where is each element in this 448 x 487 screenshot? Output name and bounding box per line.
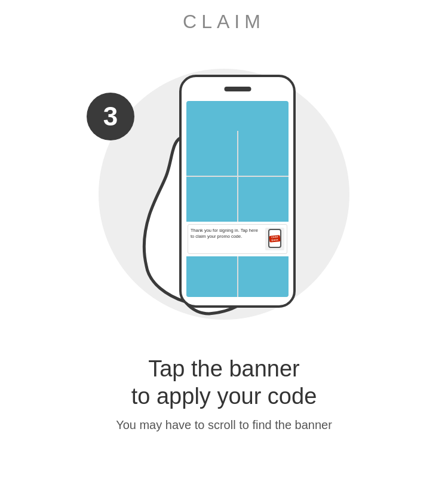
notification-image: CASHBACK — [265, 228, 284, 250]
grid-cell-3 — [186, 177, 237, 222]
mini-phone-icon: CASHBACK — [268, 229, 281, 248]
phone-hand-container: Thank you for signing in. Tap here to cl… — [143, 63, 323, 326]
step-badge: 3 — [87, 93, 134, 140]
cashback-text: CASHBACK — [271, 235, 278, 241]
screen-grid-top — [186, 131, 289, 222]
phone-device: Thank you for signing in. Tap here to cl… — [179, 75, 296, 308]
grid-cell-5 — [186, 256, 237, 297]
phone-speaker — [224, 87, 251, 91]
screen-notification-banner: Thank you for signing in. Tap here to cl… — [188, 224, 287, 254]
screen-grid-bottom — [186, 256, 289, 297]
grid-cell-1 — [186, 131, 237, 176]
phone-screen: Thank you for signing in. Tap here to cl… — [186, 101, 289, 297]
screen-top-bar — [186, 101, 289, 131]
illustration-area: 3 — [69, 39, 379, 350]
sub-heading: You may have to scroll to find the banne… — [116, 418, 332, 432]
text-area: Tap the bannerto apply your code You may… — [80, 356, 368, 432]
step-number: 3 — [103, 102, 118, 131]
notification-text: Thank you for signing in. Tap here to cl… — [191, 228, 263, 240]
main-heading: Tap the bannerto apply your code — [116, 356, 332, 410]
cashback-badge: CASHBACK — [269, 235, 281, 243]
grid-cell-2 — [238, 131, 289, 176]
grid-cell-6 — [238, 256, 289, 297]
page-title: CLAIM — [183, 11, 265, 33]
grid-cell-4 — [238, 177, 289, 222]
